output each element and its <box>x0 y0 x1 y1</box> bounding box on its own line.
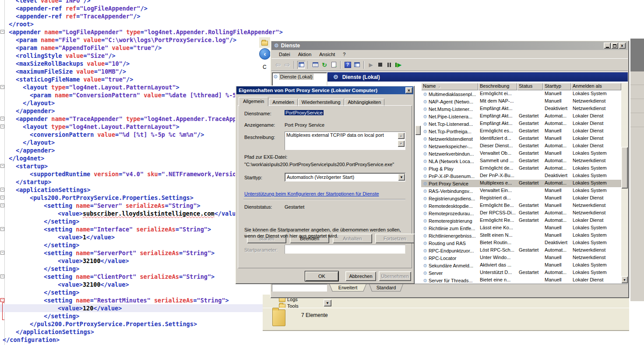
service-row[interactable]: ⚙RAS-Verbindungsv...Verwaltet Ein...Manu… <box>421 187 622 195</box>
übernehmen-button[interactable]: Übernehmen <box>379 271 411 281</box>
column-header[interactable]: Starttyp <box>543 83 571 90</box>
export-list-icon[interactable]: → <box>330 61 338 69</box>
restart-service-icon[interactable]: ▶ <box>394 61 402 69</box>
fold-toggle-icon[interactable]: − <box>0 274 4 278</box>
service-row[interactable]: ⚙Remotedesktopdie...Ermöglicht Be...Gest… <box>421 202 622 210</box>
maximize-button[interactable] <box>611 43 618 49</box>
start-service-icon[interactable]: ▶ <box>367 61 375 69</box>
combo-dropdown-button[interactable]: ▼ <box>324 299 331 306</box>
scrollbar-thumb[interactable] <box>621 147 628 189</box>
close-button[interactable]: × <box>619 43 626 49</box>
fold-toggle-icon[interactable]: − <box>0 164 4 168</box>
service-row[interactable]: ⚙Net.Tcp-Portfreiga...Ermöglicht es...Ge… <box>421 128 622 135</box>
service-row[interactable]: ⚙RemoteregistrierungErmöglicht Re...Gest… <box>421 217 622 224</box>
dialog-titlebar[interactable]: Eigenschaften von Port Proxy Service (Lo… <box>236 86 413 94</box>
fold-toggle-icon[interactable]: − <box>0 85 4 89</box>
menu-item-aktion[interactable]: Aktion <box>294 51 316 58</box>
service-row[interactable]: ⚙PnP-X-IP-Busenum...Der PnP-X-Bu...Deakt… <box>421 172 622 180</box>
code-line: <param name="File" value="C:\work\logs\P… <box>0 36 236 44</box>
element-count: 7 Elemente <box>301 312 328 318</box>
service-row[interactable]: ⚙Net.Tcp-Listenerad...Empfängt Akt...Ges… <box>421 120 622 128</box>
stop-service-icon[interactable] <box>376 61 384 69</box>
dienststatus-value: Gestartet <box>285 204 304 210</box>
forward-icon[interactable]: ⇨ <box>283 61 291 69</box>
big-folder-icon <box>272 309 285 326</box>
starttyp-dropdown-icon[interactable]: ▼ <box>398 174 405 181</box>
service-row[interactable]: ⚙Netzwerkverbindun...Verwaltet Ob...Gest… <box>421 150 622 157</box>
code-line: </root> <box>0 20 34 28</box>
service-row[interactable]: ⚙NLA (Network Loca...Sammelt und ...Gest… <box>421 157 622 165</box>
view-tab-erweitert[interactable]: Erweitert <box>329 284 366 292</box>
scroll-down-button[interactable]: ▼ <box>621 276 628 283</box>
scroll-down-icon[interactable]: ▼ <box>398 140 405 147</box>
minimize-button[interactable] <box>604 43 611 49</box>
code-line: </configuration> <box>0 336 60 344</box>
dialog-close-icon[interactable]: × <box>405 87 412 93</box>
service-row[interactable]: ⚙RPC-LocatorUnter Windo...ManuellNetzwer… <box>421 254 622 262</box>
service-row[interactable]: ⚙Sekundäre Anmeld...Aktiviert das ...Man… <box>421 262 622 269</box>
column-header[interactable]: Anmelden als <box>571 83 621 90</box>
fold-toggle-icon[interactable]: − <box>0 124 4 128</box>
service-row[interactable]: ⚙Multimediaklassenpl...Ermöglicht ei...M… <box>421 90 622 98</box>
fold-toggle-icon[interactable]: − <box>0 298 4 302</box>
scroll-up-icon[interactable]: ▲ <box>398 132 405 139</box>
service-row[interactable]: ⚙Port Proxy ServiceMultiplexes e...Gesta… <box>421 180 622 187</box>
service-row[interactable]: ⚙Server für Threads...Bietet eine n...Ma… <box>421 277 622 283</box>
background-window-strip <box>630 71 644 301</box>
refresh-icon[interactable]: ↻ <box>320 61 328 69</box>
column-header[interactable]: Beschreibung <box>478 83 517 90</box>
service-row[interactable]: ⚙NetzwerklistendienstIdentifiziert d...G… <box>421 135 622 142</box>
code-line: <setting name="ServerPort" serializeAs="… <box>0 249 215 257</box>
back-button[interactable]: ‹ <box>259 48 271 60</box>
fold-toggle-icon[interactable]: − <box>0 251 4 255</box>
fold-toggle-icon[interactable]: − <box>0 30 4 34</box>
starttyp-combobox[interactable]: Automatisch (Verzögerter Start) <box>285 173 405 181</box>
service-row[interactable]: ⚙Routing und RASBietet Routin...Deaktivi… <box>421 239 622 247</box>
menu-item-datei[interactable]: Datei <box>275 51 294 58</box>
properties-icon[interactable] <box>311 61 319 69</box>
explorer-strip-top <box>259 37 270 48</box>
service-row[interactable]: ⚙Plug & PlayErmöglicht de...GestartetAut… <box>421 165 622 172</box>
extended-view-icon[interactable] <box>353 61 361 69</box>
menu-item-?[interactable]: ? <box>339 51 349 58</box>
service-row[interactable]: ⚙Net.Msmq-Listener...Empfängt Akt...Deak… <box>421 105 622 113</box>
dialog-tab-allgemein[interactable]: Allgemein <box>239 97 268 106</box>
pause-service-icon[interactable] <box>385 61 393 69</box>
service-row[interactable]: ⚙Netzwerkspeicher-...Dieser Dienst...Ges… <box>421 142 622 150</box>
service-row[interactable]: ⚙Registrierungsdiens...Registriert di...… <box>421 195 622 202</box>
service-row[interactable]: ⚙Richtlinie zum Entfe...Lässt eine Ko...… <box>421 224 622 232</box>
service-gear-icon: ⚙ <box>423 196 427 201</box>
panel-scrollbar-thumb[interactable] <box>415 125 421 135</box>
service-row[interactable]: ⚙Remoteprozedurau...Der RPCSS-Di...Gesta… <box>421 210 622 217</box>
service-row[interactable]: ⚙ServerUnterstützt D...GestartetAutomat.… <box>421 269 622 277</box>
tree-item-dienste-lokal[interactable]: ⚙ Dienste (Lokal) <box>273 74 313 80</box>
column-header[interactable]: Name▲ <box>421 83 478 90</box>
dienstname-value[interactable]: PortProxyService <box>285 110 324 115</box>
abbrechen-button[interactable]: Abbrechen <box>345 271 376 281</box>
startparameter-input[interactable] <box>285 245 405 254</box>
view-tab-standard[interactable]: Standard <box>369 284 403 292</box>
dialog-tabs: AllgemeinAnmeldenWiederherstellungAbhäng… <box>239 96 385 106</box>
ok-button[interactable]: OK <box>305 271 338 281</box>
help-icon[interactable]: ? <box>344 61 352 69</box>
column-header[interactable]: Status <box>517 83 543 90</box>
services-window-titlebar[interactable]: ⚙ Dienste <box>271 41 628 50</box>
beschreibung-textbox[interactable]: Multiplexes external TCP/IP data on loca… <box>285 132 405 150</box>
fold-toggle-icon[interactable]: − <box>0 117 4 121</box>
menu-item-ansicht[interactable]: Ansicht <box>315 51 339 58</box>
service-row[interactable]: ⚙RPC-Endpunktzuor...Löst RPC-Sch...Gesta… <box>421 247 622 254</box>
service-row[interactable]: ⚙NAP-Agent (Netwo...Mit dem NAP-...Manue… <box>421 98 622 105</box>
service-gear-icon: ⚙ <box>423 270 427 276</box>
fold-toggle-icon[interactable]: − <box>0 196 4 199</box>
code-line: </setting> <box>0 288 79 296</box>
fold-toggle-icon[interactable]: − <box>0 188 4 192</box>
startoptions-help-link[interactable]: Unterstützung beim Konfigurieren der Sta… <box>244 191 379 196</box>
show-console-tree-icon[interactable] <box>297 61 305 69</box>
service-row[interactable]: ⚙Net.Pipe-Listenera...Empfängt Akt...Ges… <box>421 113 622 120</box>
toolbar-separator <box>308 61 309 69</box>
fold-toggle-icon[interactable]: − <box>0 227 4 231</box>
fold-toggle-icon[interactable]: − <box>0 203 4 207</box>
service-row[interactable]: ⚙Richtlinienergebniss...Stellt einen N..… <box>421 232 622 239</box>
code-line: <startup> <box>0 162 48 170</box>
back-icon[interactable]: ⇦ <box>274 61 282 69</box>
